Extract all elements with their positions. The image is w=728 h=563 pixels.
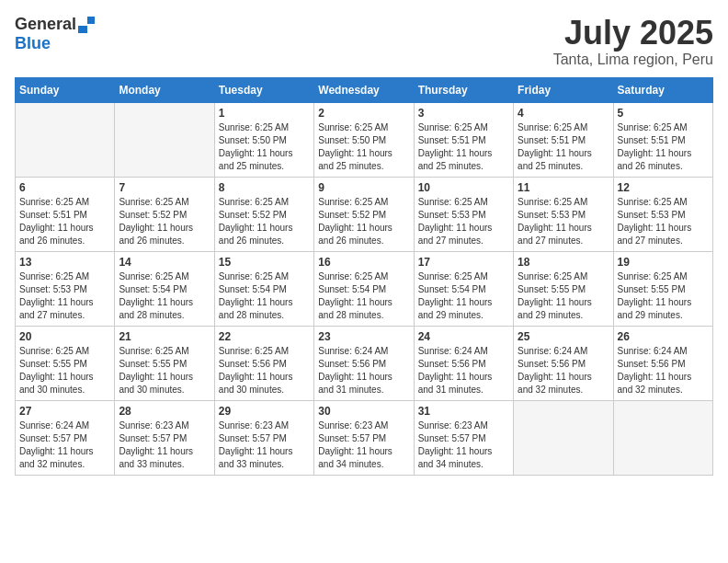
calendar-day-cell: 6Sunrise: 6:25 AM Sunset: 5:51 PM Daylig… <box>16 177 115 251</box>
day-number: 16 <box>318 256 409 269</box>
calendar-day-cell: 19Sunrise: 6:25 AM Sunset: 5:55 PM Dayli… <box>613 251 712 326</box>
calendar-day-cell: 29Sunrise: 6:23 AM Sunset: 5:57 PM Dayli… <box>214 400 313 475</box>
calendar-day-cell: 3Sunrise: 6:25 AM Sunset: 5:51 PM Daylig… <box>414 102 513 177</box>
day-info: Sunrise: 6:25 AM Sunset: 5:52 PM Dayligh… <box>219 196 310 247</box>
day-info: Sunrise: 6:25 AM Sunset: 5:51 PM Dayligh… <box>19 196 110 247</box>
day-number: 13 <box>19 256 110 269</box>
calendar-day-cell <box>613 400 712 475</box>
day-number: 27 <box>19 405 110 418</box>
calendar-day-cell: 12Sunrise: 6:25 AM Sunset: 5:53 PM Dayli… <box>613 177 712 251</box>
day-number: 19 <box>618 256 709 269</box>
day-info: Sunrise: 6:25 AM Sunset: 5:54 PM Dayligh… <box>219 270 310 322</box>
logo-blue-text: Blue <box>15 34 51 52</box>
location-subtitle: Tanta, Lima region, Peru <box>553 52 713 68</box>
calendar-day-cell: 18Sunrise: 6:25 AM Sunset: 5:55 PM Dayli… <box>514 251 613 326</box>
day-info: Sunrise: 6:25 AM Sunset: 5:55 PM Dayligh… <box>618 270 709 322</box>
day-info: Sunrise: 6:25 AM Sunset: 5:51 PM Dayligh… <box>618 121 709 173</box>
day-info: Sunrise: 6:25 AM Sunset: 5:53 PM Dayligh… <box>618 196 709 247</box>
calendar-title-area: July 2025 Tanta, Lima region, Peru <box>553 15 713 68</box>
calendar-day-cell: 5Sunrise: 6:25 AM Sunset: 5:51 PM Daylig… <box>613 102 712 177</box>
day-info: Sunrise: 6:25 AM Sunset: 5:52 PM Dayligh… <box>318 196 409 247</box>
calendar-day-cell: 24Sunrise: 6:24 AM Sunset: 5:56 PM Dayli… <box>414 326 513 400</box>
calendar-day-cell: 13Sunrise: 6:25 AM Sunset: 5:53 PM Dayli… <box>16 251 115 326</box>
day-number: 17 <box>418 256 509 269</box>
calendar-day-cell: 17Sunrise: 6:25 AM Sunset: 5:54 PM Dayli… <box>414 251 513 326</box>
calendar-day-cell: 23Sunrise: 6:24 AM Sunset: 5:56 PM Dayli… <box>314 326 414 400</box>
calendar-day-cell: 14Sunrise: 6:25 AM Sunset: 5:54 PM Dayli… <box>115 251 214 326</box>
weekday-header: Wednesday <box>314 77 414 102</box>
calendar-day-cell: 11Sunrise: 6:25 AM Sunset: 5:53 PM Dayli… <box>514 177 613 251</box>
day-number: 29 <box>219 405 310 418</box>
day-info: Sunrise: 6:25 AM Sunset: 5:54 PM Dayligh… <box>318 270 409 322</box>
day-info: Sunrise: 6:25 AM Sunset: 5:53 PM Dayligh… <box>518 196 609 247</box>
day-number: 26 <box>618 330 709 343</box>
day-number: 2 <box>318 107 409 120</box>
day-number: 10 <box>418 181 509 194</box>
calendar-week-row: 1Sunrise: 6:25 AM Sunset: 5:50 PM Daylig… <box>16 102 713 177</box>
calendar-day-cell <box>514 400 613 475</box>
day-number: 18 <box>518 256 609 269</box>
calendar-day-cell: 21Sunrise: 6:25 AM Sunset: 5:55 PM Dayli… <box>115 326 214 400</box>
calendar-day-cell: 26Sunrise: 6:24 AM Sunset: 5:56 PM Dayli… <box>613 326 712 400</box>
day-info: Sunrise: 6:25 AM Sunset: 5:55 PM Dayligh… <box>119 345 210 396</box>
day-info: Sunrise: 6:25 AM Sunset: 5:54 PM Dayligh… <box>418 270 509 322</box>
day-info: Sunrise: 6:25 AM Sunset: 5:51 PM Dayligh… <box>418 121 509 173</box>
day-number: 11 <box>518 181 609 194</box>
day-number: 20 <box>19 330 110 343</box>
day-number: 30 <box>318 405 409 418</box>
calendar-day-cell: 2Sunrise: 6:25 AM Sunset: 5:50 PM Daylig… <box>314 102 414 177</box>
calendar-day-cell: 10Sunrise: 6:25 AM Sunset: 5:53 PM Dayli… <box>414 177 513 251</box>
calendar-day-cell: 30Sunrise: 6:23 AM Sunset: 5:57 PM Dayli… <box>314 400 414 475</box>
weekday-header: Tuesday <box>214 77 313 102</box>
day-number: 3 <box>418 107 509 120</box>
day-info: Sunrise: 6:25 AM Sunset: 5:52 PM Dayligh… <box>119 196 210 247</box>
calendar-day-cell: 7Sunrise: 6:25 AM Sunset: 5:52 PM Daylig… <box>115 177 214 251</box>
calendar-table: SundayMondayTuesdayWednesdayThursdayFrid… <box>15 77 713 476</box>
day-number: 1 <box>219 107 310 120</box>
day-number: 25 <box>518 330 609 343</box>
day-info: Sunrise: 6:25 AM Sunset: 5:53 PM Dayligh… <box>19 270 110 322</box>
day-number: 14 <box>119 256 210 269</box>
calendar-day-cell <box>115 102 214 177</box>
weekday-header: Saturday <box>613 77 712 102</box>
day-info: Sunrise: 6:24 AM Sunset: 5:56 PM Dayligh… <box>418 345 509 396</box>
day-info: Sunrise: 6:25 AM Sunset: 5:56 PM Dayligh… <box>219 345 310 396</box>
calendar-day-cell: 22Sunrise: 6:25 AM Sunset: 5:56 PM Dayli… <box>214 326 313 400</box>
day-info: Sunrise: 6:25 AM Sunset: 5:54 PM Dayligh… <box>119 270 210 322</box>
logo: General Blue <box>15 15 95 53</box>
calendar-day-cell: 15Sunrise: 6:25 AM Sunset: 5:54 PM Dayli… <box>214 251 313 326</box>
weekday-header: Sunday <box>16 77 115 102</box>
calendar-day-cell: 31Sunrise: 6:23 AM Sunset: 5:57 PM Dayli… <box>414 400 513 475</box>
day-number: 7 <box>119 181 210 194</box>
day-info: Sunrise: 6:24 AM Sunset: 5:57 PM Dayligh… <box>19 419 110 471</box>
calendar-day-cell: 25Sunrise: 6:24 AM Sunset: 5:56 PM Dayli… <box>514 326 613 400</box>
day-number: 9 <box>318 181 409 194</box>
day-info: Sunrise: 6:25 AM Sunset: 5:50 PM Dayligh… <box>219 121 310 173</box>
day-number: 28 <box>119 405 210 418</box>
calendar-week-row: 27Sunrise: 6:24 AM Sunset: 5:57 PM Dayli… <box>16 400 713 475</box>
calendar-day-cell: 9Sunrise: 6:25 AM Sunset: 5:52 PM Daylig… <box>314 177 414 251</box>
weekday-header: Monday <box>115 77 214 102</box>
calendar-day-cell: 1Sunrise: 6:25 AM Sunset: 5:50 PM Daylig… <box>214 102 313 177</box>
day-info: Sunrise: 6:25 AM Sunset: 5:53 PM Dayligh… <box>418 196 509 247</box>
logo-general-text: General <box>15 15 76 34</box>
logo-flag-icon <box>78 17 95 33</box>
day-info: Sunrise: 6:24 AM Sunset: 5:56 PM Dayligh… <box>518 345 609 396</box>
calendar-day-cell <box>16 102 115 177</box>
weekday-header: Thursday <box>414 77 513 102</box>
calendar-week-row: 13Sunrise: 6:25 AM Sunset: 5:53 PM Dayli… <box>16 251 713 326</box>
calendar-week-row: 6Sunrise: 6:25 AM Sunset: 5:51 PM Daylig… <box>16 177 713 251</box>
day-number: 12 <box>618 181 709 194</box>
day-number: 5 <box>618 107 709 120</box>
weekday-header: Friday <box>514 77 613 102</box>
day-number: 4 <box>518 107 609 120</box>
day-info: Sunrise: 6:25 AM Sunset: 5:50 PM Dayligh… <box>318 121 409 173</box>
day-number: 31 <box>418 405 509 418</box>
day-info: Sunrise: 6:23 AM Sunset: 5:57 PM Dayligh… <box>119 419 210 471</box>
day-info: Sunrise: 6:25 AM Sunset: 5:55 PM Dayligh… <box>518 270 609 322</box>
day-info: Sunrise: 6:23 AM Sunset: 5:57 PM Dayligh… <box>219 419 310 471</box>
day-number: 21 <box>119 330 210 343</box>
day-number: 24 <box>418 330 509 343</box>
day-number: 22 <box>219 330 310 343</box>
day-number: 8 <box>219 181 310 194</box>
